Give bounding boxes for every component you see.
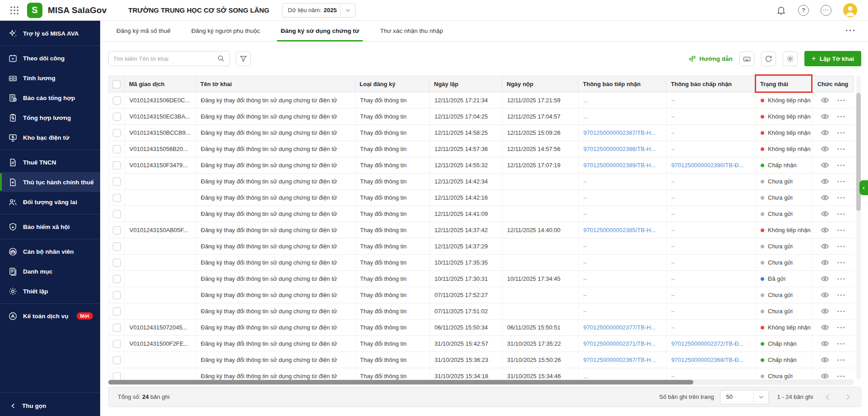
tab-item[interactable]: Thư xác nhận thu nhập xyxy=(380,21,443,41)
row-checkbox[interactable] xyxy=(113,307,121,315)
data-year-select[interactable]: Dữ liệu năm: 2025 xyxy=(282,3,356,18)
select-all-checkbox[interactable] xyxy=(112,80,120,88)
column-header[interactable]: Trạng thái xyxy=(756,76,812,92)
keyboard-shortcuts-button[interactable] xyxy=(739,51,754,66)
tab-item[interactable]: Đăng ký mã số thuế xyxy=(116,21,171,41)
sidebar-item[interactable]: Báo cáo tổng hợp xyxy=(0,88,100,108)
row-checkbox[interactable] xyxy=(113,129,121,137)
apps-grid-icon[interactable] xyxy=(9,5,20,16)
create-declaration-button[interactable]: + Lập Tờ khai xyxy=(804,51,861,66)
notification-link[interactable]: 9701250000002386/TB-H... xyxy=(583,146,656,152)
sidebar-item[interactable]: Cán bộ nhân viên xyxy=(0,242,100,261)
notification-link[interactable]: 9701250000002372/TB-Đ... xyxy=(671,340,743,347)
notification-link[interactable]: 9701250000002367/TB-H... xyxy=(583,357,656,363)
previous-page-button[interactable] xyxy=(824,393,832,401)
row-more-button[interactable]: ··· xyxy=(837,340,846,347)
next-page-button[interactable] xyxy=(844,393,852,401)
column-header[interactable]: Tên tờ khai xyxy=(196,76,355,92)
row-checkbox[interactable] xyxy=(113,324,121,332)
notification-link[interactable]: 9701250000002385/TB-H... xyxy=(583,227,656,233)
row-checkbox[interactable] xyxy=(113,194,121,202)
row-more-button[interactable]: ··· xyxy=(837,194,846,201)
row-checkbox[interactable] xyxy=(113,340,121,348)
column-header[interactable]: Loại đăng ký xyxy=(355,76,429,92)
row-more-button[interactable]: ··· xyxy=(837,242,846,250)
row-more-button[interactable]: ··· xyxy=(837,324,846,331)
notification-link[interactable]: ... xyxy=(583,97,588,104)
view-button[interactable] xyxy=(821,356,829,364)
sidebar-item[interactable]: Đối tượng vãng lai xyxy=(0,192,100,212)
view-button[interactable] xyxy=(821,128,829,137)
sidebar-item[interactable]: Kế toán dịch vụMới xyxy=(0,306,100,326)
row-more-button[interactable]: ··· xyxy=(837,356,846,364)
view-button[interactable] xyxy=(821,242,829,251)
tab-item[interactable]: Đăng ký người phụ thuộc xyxy=(191,21,260,41)
guide-link[interactable]: Hướng dẫn xyxy=(688,55,732,63)
row-more-button[interactable]: ··· xyxy=(837,161,846,169)
column-header[interactable]: Mã giao dịch xyxy=(125,76,196,92)
notification-link[interactable]: 9701250000002371/TB-H... xyxy=(583,340,656,347)
view-button[interactable] xyxy=(821,210,829,218)
column-header[interactable]: Thông báo chấp nhận xyxy=(666,76,756,92)
user-avatar[interactable] xyxy=(843,3,857,17)
row-more-button[interactable]: ··· xyxy=(837,275,846,283)
view-button[interactable] xyxy=(821,372,829,379)
view-button[interactable] xyxy=(821,258,829,267)
row-more-button[interactable]: ··· xyxy=(837,291,846,299)
more-icon[interactable]: ··· xyxy=(821,5,831,16)
row-more-button[interactable]: ··· xyxy=(837,129,846,137)
sidebar-item[interactable]: Kho bạc điện tử xyxy=(0,128,100,147)
notification-link[interactable]: ... xyxy=(583,113,588,120)
notification-link[interactable]: 9701250000002389/TB-H... xyxy=(583,162,656,169)
sidebar-collapse-button[interactable]: Thu gọn xyxy=(0,395,100,416)
sidebar-item[interactable]: Bảo hiểm xã hội xyxy=(0,217,100,237)
view-button[interactable] xyxy=(821,307,829,315)
search-input[interactable] xyxy=(113,55,217,62)
view-button[interactable] xyxy=(821,145,829,153)
row-checkbox[interactable] xyxy=(113,113,121,121)
row-checkbox[interactable] xyxy=(113,275,121,283)
sidebar-item[interactable]: Thuế TNCN xyxy=(0,152,100,172)
notification-link[interactable]: ... xyxy=(583,373,588,379)
tab-item[interactable]: Đăng ký sử dụng chứng từ xyxy=(281,21,359,41)
notification-link[interactable]: 9701250000002377/TB-H... xyxy=(583,324,656,331)
column-header[interactable]: Ngày nộp xyxy=(502,76,578,92)
filter-button[interactable] xyxy=(236,51,251,66)
row-checkbox[interactable] xyxy=(113,242,121,251)
view-button[interactable] xyxy=(821,177,829,186)
sidebar-item[interactable]: Tính lương xyxy=(0,68,100,88)
per-page-select[interactable]: 50 xyxy=(720,390,769,404)
row-checkbox[interactable] xyxy=(113,372,121,380)
view-button[interactable] xyxy=(821,112,829,121)
row-checkbox[interactable] xyxy=(113,259,121,267)
row-more-button[interactable]: ··· xyxy=(837,307,846,315)
notification-bell-icon[interactable] xyxy=(776,5,786,15)
row-more-button[interactable]: ··· xyxy=(837,372,846,379)
row-checkbox[interactable] xyxy=(113,291,121,299)
tabs-overflow-icon[interactable]: ··· xyxy=(845,21,856,41)
view-button[interactable] xyxy=(821,161,829,169)
view-button[interactable] xyxy=(821,226,829,234)
row-more-button[interactable]: ··· xyxy=(837,96,846,104)
row-checkbox[interactable] xyxy=(113,210,121,218)
sidebar-item[interactable]: Theo dõi công xyxy=(0,48,100,68)
search-icon[interactable] xyxy=(217,55,225,63)
row-more-button[interactable]: ··· xyxy=(837,226,846,234)
row-more-button[interactable]: ··· xyxy=(837,259,846,266)
column-header[interactable]: Ngày lập xyxy=(429,76,502,92)
refresh-button[interactable] xyxy=(761,51,776,66)
view-button[interactable] xyxy=(821,339,829,348)
settings-button[interactable] xyxy=(783,51,798,66)
row-more-button[interactable]: ··· xyxy=(837,178,846,185)
view-button[interactable] xyxy=(821,193,829,202)
column-header[interactable]: Chức năng xyxy=(812,76,854,92)
view-button[interactable] xyxy=(821,96,829,105)
row-checkbox[interactable] xyxy=(113,356,121,364)
sidebar-item[interactable]: Thủ tục hành chính thuế xyxy=(0,172,100,192)
sidebar-item[interactable]: Trợ lý số MISA AVA xyxy=(0,23,100,43)
sidebar-item[interactable]: Thiết lập xyxy=(0,281,100,301)
view-button[interactable] xyxy=(821,291,829,299)
row-checkbox[interactable] xyxy=(113,226,121,234)
row-more-button[interactable]: ··· xyxy=(837,145,846,153)
row-checkbox[interactable] xyxy=(113,178,121,186)
